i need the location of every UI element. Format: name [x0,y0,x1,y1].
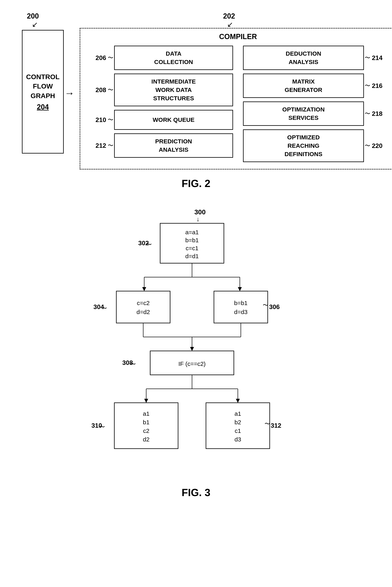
box-218: OPTIMIZATIONSERVICES [243,102,364,126]
box-212: PREDICTIONANALYSIS [114,133,233,158]
arrow-202: ↙ [227,20,233,29]
svg-text:b1: b1 [143,419,150,426]
left-column: 206 〜 DATACOLLECTION 208 〜 INTERMEDIATEW… [88,46,233,164]
svg-text:b=b1: b=b1 [234,300,248,306]
svg-text:b=b1: b=b1 [185,237,199,243]
page: 200 ↙ CONTROL FLOW GRAPH 204 → 202 ↙ COM… [0,0,392,587]
arrow-200: ↙ [32,20,38,29]
svg-text:c1: c1 [235,427,241,434]
arrow-206: 〜 [108,54,113,62]
box-208: INTERMEDIATEWORK DATASTRUCTURES [114,74,233,106]
label-206: 206 [88,54,106,62]
svg-text:d=d3: d=d3 [234,309,248,315]
svg-text:a1: a1 [143,410,150,417]
cfg-number: 204 [37,103,49,111]
label-300: 300 [194,208,206,216]
label-218: 218 [372,110,388,117]
svg-text:〜: 〜 [102,305,107,311]
svg-text:312: 312 [271,422,281,429]
svg-text:〜: 〜 [130,361,136,367]
svg-text:〜: 〜 [264,421,270,427]
arrow-212: 〜 [108,142,113,149]
arrow-208: 〜 [108,86,113,94]
cfg-box: CONTROL FLOW GRAPH 204 [22,30,64,154]
fig2-container: 200 ↙ CONTROL FLOW GRAPH 204 → 202 ↙ COM… [16,12,376,189]
svg-text:〜: 〜 [146,241,152,247]
component-row-206: 206 〜 DATACOLLECTION [88,46,233,70]
fig3-caption: FIG. 3 [16,486,376,498]
box-210: WORK QUEUE [114,110,233,130]
box-214: DEDUCTIONANALYSIS [243,46,364,70]
fig3-svg-container: 300 ↓ a=a1 b=b1 c=c1 d=d1 302 〜 [16,205,376,484]
right-column: DEDUCTIONANALYSIS 〜 214 MATRIXGENERATOR … [243,46,388,164]
box-216: MATRIXGENERATOR [243,74,364,98]
svg-text:306: 306 [269,303,280,311]
arrow-210: 〜 [108,116,113,124]
component-row-212: 212 〜 PREDICTIONANALYSIS [88,133,233,158]
svg-text:d2: d2 [143,436,150,443]
svg-text:↓: ↓ [196,215,200,223]
label-212: 212 [88,142,106,149]
label-214: 214 [372,54,388,62]
svg-text:IF (c==c2): IF (c==c2) [178,361,206,367]
label-202: 202 [223,12,235,20]
component-row-214: DEDUCTIONANALYSIS 〜 214 [243,46,388,70]
label-200: 200 [27,12,39,20]
box-220: OPTIMIZEDREACHINGDEFINITIONS [243,129,364,162]
label-208: 208 [88,86,106,94]
arrow-216: 〜 [365,82,370,90]
svg-marker-39 [236,399,240,403]
label-210: 210 [88,116,106,124]
component-row-220: OPTIMIZEDREACHINGDEFINITIONS 〜 220 [243,129,388,162]
svg-text:a=a1: a=a1 [185,229,199,235]
svg-text:b2: b2 [234,419,241,426]
fig3-section: 300 ↓ a=a1 b=b1 c=c1 d=d1 302 〜 [16,205,376,498]
cfg-text: CONTROL FLOW GRAPH [26,72,60,101]
svg-text:d3: d3 [234,436,241,443]
svg-text:c2: c2 [143,427,150,434]
cfg-to-compiler-arrow: → [64,87,74,99]
compiler-box: COMPILER 206 〜 DATACOLLECTION 208 [80,28,392,169]
component-row-210: 210 〜 WORK QUEUE [88,110,233,130]
svg-text:〜: 〜 [100,424,105,430]
arrow-214: 〜 [365,54,370,62]
svg-rect-14 [116,291,170,323]
svg-text:d=d2: d=d2 [136,309,150,315]
svg-text:〜: 〜 [263,302,268,308]
svg-marker-11 [142,287,146,291]
svg-text:a1: a1 [234,410,241,417]
svg-marker-13 [238,287,242,291]
svg-marker-29 [190,347,194,351]
label-220: 220 [372,142,388,150]
arrow-220: 〜 [365,142,370,150]
svg-text:c=c2: c=c2 [137,300,150,306]
component-row-208: 208 〜 INTERMEDIATEWORK DATASTRUCTURES [88,74,233,106]
fig3-svg: 300 ↓ a=a1 b=b1 c=c1 d=d1 302 〜 [76,205,316,484]
svg-rect-19 [214,291,268,323]
arrow-218: 〜 [365,110,370,117]
label-216: 216 [372,82,388,90]
svg-marker-37 [144,399,148,403]
component-row-218: OPTIMIZATIONSERVICES 〜 218 [243,102,388,126]
svg-text:c=c1: c=c1 [186,245,198,251]
component-row-216: MATRIXGENERATOR 〜 216 [243,74,388,98]
box-206: DATACOLLECTION [114,46,233,70]
compiler-title: COMPILER [86,33,390,41]
svg-text:d=d1: d=d1 [185,253,199,259]
